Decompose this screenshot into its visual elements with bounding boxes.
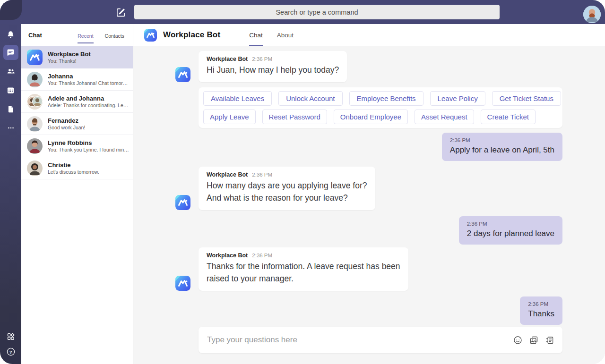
conversation-name: Christie <box>48 161 99 169</box>
tab-chat[interactable]: Chat <box>249 24 263 46</box>
bell-icon <box>6 30 16 40</box>
message-time: 2:36 PM <box>252 253 272 258</box>
tab-recent[interactable]: Recent <box>78 26 93 43</box>
conversation-workplace-bot[interactable]: Workplace Bot You: Thanks! <box>21 46 133 68</box>
conversation-preview: You: Thanks Johanna! Chat tomorrow. <box>48 80 129 86</box>
sticker-icon[interactable] <box>545 335 555 345</box>
suggestion-get-ticket-status[interactable]: Get Ticket Status <box>492 91 561 106</box>
gif-picker-icon[interactable] <box>529 335 539 345</box>
suggestion-available-leaves[interactable]: Available Leaves <box>203 91 272 106</box>
panel-title: Chat <box>28 32 42 39</box>
suggestion-onboard-employee[interactable]: Onboard Employee <box>334 110 408 124</box>
rail-item-teams[interactable] <box>3 64 18 79</box>
avatar <box>27 138 43 154</box>
avatar <box>27 116 43 132</box>
conversation-list: Workplace Bot You: Thanks! Johanna You: … <box>21 46 133 179</box>
compose-icon <box>115 12 127 20</box>
conversation-lynne-robbins[interactable]: Lynne Robbins You: Thank you Lynne. I fo… <box>21 135 133 157</box>
message-input[interactable] <box>207 335 513 345</box>
suggestion-leave-policy[interactable]: Leave Policy <box>430 91 485 106</box>
conversation-adele-and-johanna[interactable]: Adele and Johanna Adele: Thanks for coor… <box>21 91 133 113</box>
suggestion-asset-request[interactable]: Asset Request <box>415 110 474 124</box>
conversation-preview: Good work Juan! <box>48 125 85 131</box>
app-rail: ? <box>0 0 21 364</box>
tab-about[interactable]: About <box>277 24 294 46</box>
message-time: 2:36 PM <box>252 172 272 178</box>
files-icon <box>6 104 16 114</box>
conversation-preview: Adele: Thanks for coordinating. Let's... <box>48 102 129 109</box>
message-text: Thanks for the information. A leave requ… <box>207 260 400 272</box>
window-corner-accent <box>0 0 22 20</box>
conversation-name: Fernandez <box>48 117 85 125</box>
tab-contacts[interactable]: Contacts <box>105 26 124 43</box>
teams-icon <box>6 66 16 76</box>
message-text: raised to your manager. <box>207 272 400 285</box>
bot-message: Workplace Bot 2:36 PM Thanks for the inf… <box>175 247 408 291</box>
user-avatar[interactable] <box>583 6 601 23</box>
workplace-bot-logo-icon <box>175 195 190 210</box>
conversation-fernandez[interactable]: Fernandez Good work Juan! <box>21 113 133 135</box>
message-time: 2:36 PM <box>467 220 554 227</box>
message-text: Apply for a leave on April, 5th <box>450 144 554 156</box>
suggestion-reset-password[interactable]: Reset Password <box>262 110 327 124</box>
avatar <box>27 161 43 176</box>
rail-item-apps[interactable] <box>3 329 18 344</box>
message-sender: Workplace Bot <box>207 171 248 178</box>
conversation-name: Workplace Bot <box>48 51 91 58</box>
workplace-bot-logo-icon <box>27 50 43 65</box>
message-text: Hi Juan, How may I help you today? <box>207 64 339 76</box>
suggested-actions: Available Leaves Unlock Account Employee… <box>199 87 562 128</box>
rail-item-help[interactable]: ? <box>3 344 18 359</box>
workplace-bot-logo-icon <box>144 29 157 42</box>
suggestion-unlock-account[interactable]: Unlock Account <box>278 91 342 106</box>
conversation-name: Lynne Robbins <box>48 139 129 147</box>
svg-text:?: ? <box>9 349 12 355</box>
conversation-name: Adele and Johanna <box>48 95 129 102</box>
message-text: 2 days for planned leave <box>467 228 554 239</box>
workplace-bot-logo-icon <box>175 276 190 291</box>
bot-message: Workplace Bot 2:36 PM Hi Juan, How may I… <box>175 51 347 82</box>
conversation-preview: Let's discuss tomorrow. <box>48 169 99 175</box>
workplace-bot-logo-icon <box>175 67 190 82</box>
message-thread: Workplace Bot 2:36 PM Hi Juan, How may I… <box>133 46 605 364</box>
avatar <box>27 72 43 87</box>
conversation-christie[interactable]: Christie Let's discuss tomorrow. <box>21 157 133 179</box>
message-time: 2:36 PM <box>528 301 554 307</box>
page-title: Workplace Bot <box>163 30 220 40</box>
app-window: ? Chat Recent Contacts <box>0 0 605 364</box>
rail-item-activity[interactable] <box>3 27 18 42</box>
rail-item-calendar[interactable] <box>3 83 18 98</box>
suggestion-employee-benefits[interactable]: Employee Benefits <box>349 91 424 106</box>
ellipsis-icon <box>6 123 16 133</box>
message-text: And what is the reason for your leave? <box>207 192 367 204</box>
calendar-icon <box>6 85 16 95</box>
chat-header: Workplace Bot Chat About <box>133 24 605 46</box>
suggestion-apply-leave[interactable]: Apply Leave <box>203 110 256 124</box>
apps-icon <box>6 331 16 342</box>
chat-icon <box>6 48 16 58</box>
message-sender: Workplace Bot <box>207 252 248 259</box>
main-area: Workplace Bot Chat About <box>133 24 605 364</box>
user-message: 2:36 PM Thanks <box>520 296 562 325</box>
rail-item-files[interactable] <box>3 102 18 117</box>
conversation-name: Johanna <box>48 73 129 80</box>
chat-panel-header: Chat Recent Contacts <box>21 24 133 46</box>
new-chat-button[interactable] <box>115 6 127 18</box>
avatar-group <box>27 94 43 110</box>
user-message: 2:36 PM Apply for a leave on April, 5th <box>442 133 562 161</box>
conversation-preview: You: Thanks! <box>48 58 91 64</box>
message-composer <box>199 327 562 353</box>
message-time: 2:36 PM <box>450 137 554 144</box>
message-text: How many days are you applying leave for… <box>207 179 367 192</box>
rail-item-chat[interactable] <box>3 45 18 60</box>
chat-list-panel: Chat Recent Contacts Workplace Bot <box>21 24 133 364</box>
suggestion-create-ticket[interactable]: Create Ticket <box>481 110 536 124</box>
message-text: Thanks <box>528 308 554 320</box>
search-input[interactable] <box>134 5 500 19</box>
help-icon: ? <box>6 347 16 357</box>
conversation-johanna[interactable]: Johanna You: Thanks Johanna! Chat tomorr… <box>21 68 133 91</box>
rail-item-more[interactable] <box>3 120 18 135</box>
bot-message: Workplace Bot 2:36 PM How many days are … <box>175 167 375 210</box>
message-time: 2:36 PM <box>252 56 272 62</box>
emoji-icon[interactable] <box>513 335 523 345</box>
